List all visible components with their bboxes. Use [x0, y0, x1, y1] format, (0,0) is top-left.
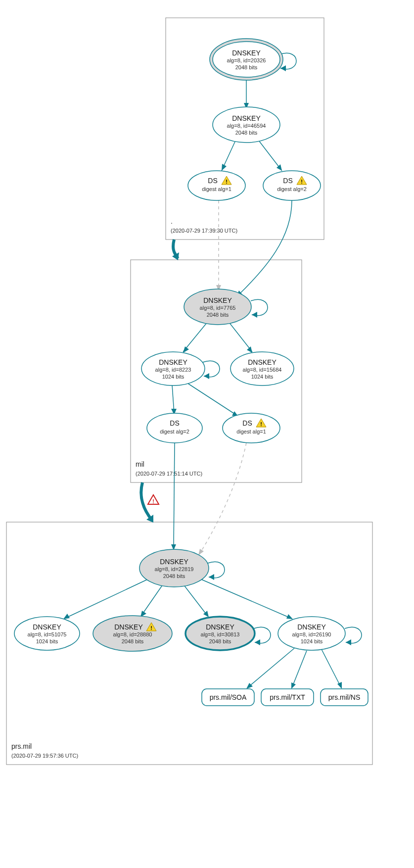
svg-text:digest alg=2: digest alg=2 [277, 186, 307, 192]
svg-text:prs.mil/TXT: prs.mil/TXT [270, 693, 305, 701]
svg-text:alg=8, id=8223: alg=8, id=8223 [155, 367, 191, 373]
svg-text:DS: DS [208, 177, 217, 185]
node-rr-soa: prs.mil/SOA [202, 689, 254, 706]
svg-text:DNSKEY: DNSKEY [232, 114, 261, 122]
edge-26190-ns [322, 649, 341, 688]
svg-text:!: ! [260, 421, 262, 427]
node-root-ds2: DS digest alg=2 ! [263, 171, 321, 200]
svg-text:DNSKEY: DNSKEY [248, 358, 276, 366]
edge-milds2-prsksk [174, 443, 175, 549]
edge-ds2-milksk [237, 200, 292, 296]
svg-marker-9 [247, 346, 252, 353]
svg-marker-23 [255, 639, 260, 645]
svg-text:alg=8, id=28880: alg=8, id=28880 [113, 631, 152, 637]
node-mil-zsk2: DNSKEY alg=8, id=15684 1024 bits [230, 352, 294, 386]
svg-text:DNSKEY: DNSKEY [297, 623, 326, 631]
svg-text:digest alg=2: digest alg=2 [160, 429, 189, 434]
svg-text:alg=8, id=51075: alg=8, id=51075 [28, 631, 67, 637]
svg-text:2048 bits: 2048 bits [163, 573, 185, 579]
node-prs-28880: DNSKEY alg=8, id=28880 2048 bits ! [93, 616, 172, 651]
svg-text:2048 bits: 2048 bits [207, 312, 229, 318]
svg-point-41 [263, 171, 321, 200]
edge-prs-26190-self [345, 627, 362, 643]
node-mil-ksk: DNSKEY alg=8, id=7765 2048 bits [184, 289, 251, 325]
node-prs-ksk: DNSKEY alg=8, id=22819 2048 bits [139, 549, 209, 587]
svg-text:!: ! [226, 179, 228, 185]
svg-text:alg=8, id=22819: alg=8, id=22819 [155, 566, 194, 572]
zone-root-ts: (2020-07-29 17:39:30 UTC) [171, 228, 237, 234]
edge-milds1-prsksk-dashed [199, 443, 246, 554]
svg-marker-19 [63, 614, 70, 619]
svg-text:alg=8, id=20326: alg=8, id=20326 [227, 57, 266, 63]
node-root-ksk-title: DNSKEY [232, 49, 261, 57]
svg-text:DNSKEY: DNSKEY [203, 296, 232, 304]
edge-mil-zsk1-self [203, 361, 220, 377]
svg-marker-27 [337, 682, 342, 689]
svg-marker-10 [204, 373, 209, 379]
node-rr-ns: prs.mil/NS [321, 689, 368, 706]
svg-text:DS: DS [283, 177, 292, 185]
svg-text:1024 bits: 1024 bits [301, 638, 323, 644]
svg-text:prs.mil/NS: prs.mil/NS [328, 693, 361, 701]
node-mil-ds1: DS digest alg=1 ! [223, 413, 280, 443]
svg-marker-7 [252, 312, 257, 318]
svg-text:alg=8, id=30813: alg=8, id=30813 [201, 631, 240, 637]
svg-text:1024 bits: 1024 bits [162, 374, 184, 380]
svg-text:DNSKEY: DNSKEY [33, 623, 61, 631]
edge-prsksk-26190 [200, 579, 292, 619]
node-mil-zsk1: DNSKEY alg=8, id=8223 1024 bits [141, 352, 205, 386]
warning-icon-red: ! [148, 495, 159, 504]
svg-marker-18 [209, 574, 214, 580]
node-prs-26190: DNSKEY alg=8, id=26190 1024 bits [278, 617, 345, 650]
edge-mil-ksk-self [251, 299, 268, 315]
svg-text:2048 bits: 2048 bits [235, 130, 258, 136]
edge-prsksk-28880 [141, 584, 163, 616]
svg-text:2048 bits: 2048 bits [209, 638, 231, 644]
svg-text:alg=8, id=26190: alg=8, id=26190 [292, 631, 331, 637]
dnsviz-graph: . (2020-07-29 17:39:30 UTC) mil (2020-07… [0, 0, 414, 868]
svg-text:DS: DS [242, 419, 252, 427]
node-rr-txt: prs.mil/TXT [261, 689, 314, 706]
node-mil-ds2: DS digest alg=2 [147, 413, 202, 443]
svg-text:1024 bits: 1024 bits [251, 374, 274, 380]
edge-milzsk1-ds1 [188, 384, 237, 416]
svg-text:alg=8, id=46594: alg=8, id=46594 [227, 123, 266, 129]
svg-text:!: ! [150, 625, 152, 631]
node-prs-30813: DNSKEY alg=8, id=30813 2048 bits [185, 617, 255, 650]
svg-marker-8 [183, 346, 189, 353]
svg-text:DNSKEY: DNSKEY [114, 623, 143, 631]
svg-marker-22 [286, 614, 293, 619]
svg-text:2048 bits: 2048 bits [235, 64, 258, 70]
edge-prsksk-30813 [183, 584, 208, 616]
svg-text:digest alg=1: digest alg=1 [202, 186, 231, 192]
svg-point-61 [223, 413, 280, 443]
svg-text:2048 bits: 2048 bits [122, 638, 144, 644]
svg-point-58 [147, 413, 202, 443]
svg-text:DS: DS [170, 419, 179, 427]
zone-prsmil-name: prs.mil [11, 742, 32, 750]
svg-text:DNSKEY: DNSKEY [206, 623, 234, 631]
svg-text:alg=8, id=15684: alg=8, id=15684 [243, 367, 282, 373]
edge-26190-soa [247, 648, 294, 688]
zone-root-name: . [171, 217, 173, 225]
node-prs-51075: DNSKEY alg=8, id=51075 1024 bits [14, 617, 80, 650]
node-root-zsk: DNSKEY alg=8, id=46594 2048 bits [213, 107, 280, 143]
node-root-ksk: DNSKEY alg=8, id=20326 2048 bits [210, 39, 283, 80]
zone-mil-name: mil [136, 460, 144, 468]
svg-point-36 [188, 171, 245, 200]
svg-text:prs.mil/SOA: prs.mil/SOA [210, 693, 247, 701]
svg-marker-17 [198, 549, 204, 555]
edge-milksk-zsk2 [229, 322, 252, 352]
edge-prs-ksk-self [208, 562, 225, 578]
zone-mil-ts: (2020-07-29 17:51:14 UTC) [136, 471, 202, 477]
svg-text:DNSKEY: DNSKEY [159, 358, 187, 366]
svg-text:!: ! [301, 179, 303, 185]
zone-prsmil-ts: (2020-07-29 19:57:36 UTC) [11, 753, 78, 759]
edge-rootzsk-ds2 [257, 139, 282, 171]
svg-text:DNSKEY: DNSKEY [160, 558, 188, 566]
edge-26190-txt [292, 651, 307, 688]
edge-prsksk-51075 [64, 579, 148, 619]
edge-milksk-zsk1 [183, 322, 208, 352]
svg-text:digest alg=1: digest alg=1 [236, 429, 266, 434]
svg-text:!: ! [152, 498, 154, 504]
